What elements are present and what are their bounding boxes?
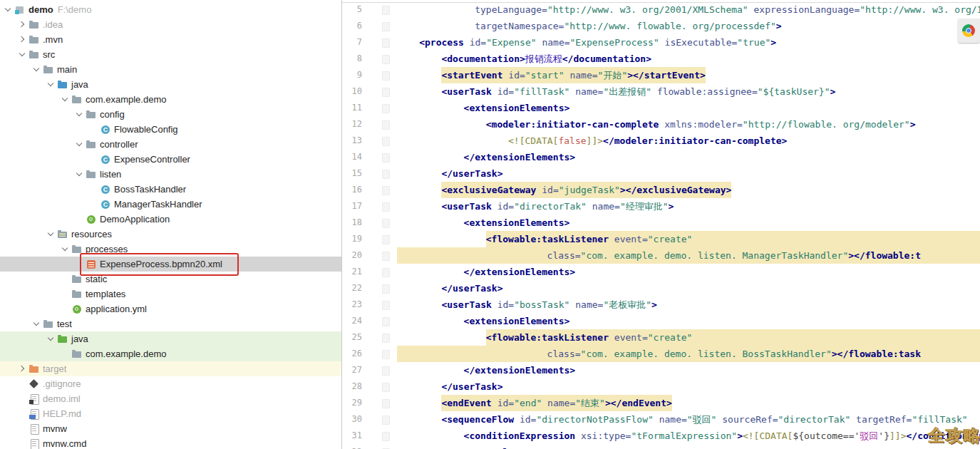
tree-item-demo-iml[interactable]: demo.iml — [0, 391, 341, 406]
chevron-down-icon[interactable] — [74, 139, 86, 150]
chevron-down-icon[interactable] — [74, 169, 86, 180]
chevron-down-icon[interactable] — [46, 79, 57, 91]
code-area[interactable]: <conditionExpression xsi:type="tFormalEx… — [397, 428, 980, 444]
tree-item-processes[interactable]: processes — [0, 242, 341, 257]
code-line-14[interactable]: 14</extensionElements> — [342, 149, 980, 165]
code-area[interactable]: <userTask id="directorTak" name="经理审批"> — [397, 198, 980, 215]
code-area[interactable]: <exclusiveGateway id="judgeTask"></exclu… — [397, 182, 980, 198]
code-line-15[interactable]: 15</userTask> — [342, 165, 980, 182]
xml-editor[interactable]: 5typeLanguage="http://www. w3. org/2001/… — [342, 0, 980, 449]
chevron-right-icon[interactable] — [17, 19, 29, 31]
code-line-30[interactable]: 30<sequenceFlow id="directorNotPassFlow"… — [342, 411, 980, 428]
code-area[interactable]: <process id="Expense" name="ExpenseProce… — [397, 34, 980, 51]
chevron-down-icon[interactable] — [17, 49, 29, 61]
tree-item-com-example-demo[interactable]: com.example.demo — [0, 92, 341, 107]
tree-item-target[interactable]: target — [0, 361, 341, 376]
code-line-6[interactable]: 6targetNamespace="http://www. flowable. … — [342, 18, 980, 34]
chrome-shortcut[interactable] — [958, 19, 980, 43]
gutter[interactable]: 28 — [342, 378, 397, 395]
tree-item-application-yml[interactable]: application.yml — [0, 301, 341, 316]
code-area[interactable]: </extensionElements> — [397, 362, 980, 378]
code-line-16[interactable]: 16<exclusiveGateway id="judgeTask"></exc… — [342, 182, 980, 198]
chevron-down-icon[interactable] — [60, 244, 71, 255]
code-area[interactable]: targetNamespace="http://www. flowable. o… — [397, 18, 980, 34]
code-area[interactable]: </extensionElements> — [397, 264, 980, 280]
code-area[interactable]: class="com. example. demo. listen. BossT… — [397, 346, 980, 362]
chevron-down-icon[interactable] — [31, 319, 43, 330]
gutter[interactable]: 17 — [342, 198, 397, 215]
code-line-27[interactable]: 27</extensionElements> — [342, 362, 980, 378]
code-line-8[interactable]: 8<documentation>报销流程</documentation> — [342, 51, 980, 67]
code-line-25[interactable]: 25<flowable:taskListener event="create" — [342, 329, 980, 346]
gutter[interactable]: 24 — [342, 313, 397, 329]
code-line-26[interactable]: 26class="com. example. demo. listen. Bos… — [342, 346, 980, 362]
code-line-23[interactable]: 23<userTask id="bossTask" name="老板审批"> — [342, 296, 980, 313]
tree-item-controller[interactable]: controller — [0, 137, 341, 152]
code-line-9[interactable]: 9<startEvent id="start" name="开始"></star… — [342, 67, 980, 83]
code-line-5[interactable]: 5typeLanguage="http://www. w3. org/2001/… — [342, 1, 980, 18]
code-line-21[interactable]: 21</extensionElements> — [342, 264, 980, 280]
gutter[interactable]: 16 — [342, 182, 397, 198]
gutter[interactable]: 9 — [342, 67, 397, 83]
code-area[interactable]: class="com. example. demo. listen. Manag… — [397, 247, 980, 264]
gutter[interactable]: 32 — [342, 444, 397, 449]
code-area[interactable]: <![CDATA[false]]></modeler:initiator-can… — [397, 133, 980, 149]
code-area[interactable]: <userTask id="bossTask" name="老板审批"> — [397, 296, 980, 313]
code-line-28[interactable]: 28</userTask> — [342, 378, 980, 395]
code-area[interactable]: <flowable:taskListener event="create" — [397, 329, 980, 346]
tree-item-listen[interactable]: listen — [0, 167, 341, 182]
code-area[interactable]: </extensionElements> — [397, 149, 980, 165]
gutter[interactable]: 23 — [342, 296, 397, 313]
code-area[interactable]: <flowable:taskListener event="create" — [397, 231, 980, 247]
gutter[interactable]: 6 — [342, 18, 397, 34]
code-area[interactable]: </userTask> — [397, 165, 980, 182]
code-area[interactable]: </sequenceFlow> — [397, 444, 980, 449]
tree-item-bosstaskhandler[interactable]: CBossTaskHandler — [0, 182, 341, 197]
code-area[interactable]: <extensionElements> — [397, 215, 980, 231]
gutter[interactable]: 14 — [342, 149, 397, 165]
gutter[interactable]: 22 — [342, 280, 397, 296]
code-area[interactable]: </userTask> — [397, 378, 980, 395]
code-line-11[interactable]: 11<extensionElements> — [342, 100, 980, 116]
code-area[interactable]: <modeler:initiator-can-complete xmlns:mo… — [397, 116, 980, 133]
code-line-10[interactable]: 10<userTask id="fillTask" name="出差报销" fl… — [342, 83, 980, 100]
gutter[interactable]: 25 — [342, 329, 397, 346]
chevron-down-icon[interactable] — [46, 229, 57, 240]
chevron-down-icon[interactable] — [3, 4, 14, 16]
gutter[interactable]: 12 — [342, 116, 397, 133]
code-line-24[interactable]: 24<extensionElements> — [342, 313, 980, 329]
tree-item-help-md[interactable]: HELP.md — [0, 406, 341, 421]
tree-item-mvnw[interactable]: mvnw — [0, 421, 341, 436]
gutter[interactable]: 29 — [342, 395, 397, 411]
gutter[interactable]: 13 — [342, 133, 397, 149]
code-area[interactable]: <extensionElements> — [397, 313, 980, 329]
tree-item-static[interactable]: static — [0, 272, 341, 287]
tree-item-demo[interactable]: demoF:\demo — [0, 2, 341, 17]
code-area[interactable]: typeLanguage="http://www. w3. org/2001/X… — [397, 1, 980, 18]
code-area[interactable]: <startEvent id="start" name="开始"></start… — [397, 67, 980, 83]
gutter[interactable]: 20 — [342, 247, 397, 264]
gutter[interactable]: 18 — [342, 215, 397, 231]
gutter[interactable]: 5 — [342, 1, 397, 18]
tree-item-test[interactable]: test — [0, 316, 341, 331]
code-area[interactable]: <sequenceFlow id="directorNotPassFlow" n… — [397, 411, 980, 428]
tree-item-src[interactable]: src — [0, 47, 341, 62]
gutter[interactable]: 10 — [342, 83, 397, 100]
chevron-down-icon[interactable] — [60, 94, 71, 105]
gutter[interactable]: 21 — [342, 264, 397, 280]
tree-item-java[interactable]: java — [0, 77, 341, 92]
code-area[interactable]: <documentation>报销流程</documentation> — [397, 51, 980, 67]
tree-item-expenseprocess-bpmn20-xml[interactable]: ExpenseProcess.bpmn20.xml — [0, 257, 341, 272]
tree-item-managertaskhandler[interactable]: CManagerTaskHandler — [0, 197, 341, 212]
gutter[interactable]: 30 — [342, 411, 397, 428]
code-line-17[interactable]: 17<userTask id="directorTak" name="经理审批"… — [342, 198, 980, 215]
code-line-22[interactable]: 22</userTask> — [342, 280, 980, 296]
code-area[interactable]: <extensionElements> — [397, 100, 980, 116]
code-area[interactable]: <endEvent id="end" name="结束"></endEvent> — [397, 395, 980, 411]
tree-item-resources[interactable]: resources — [0, 227, 341, 242]
gutter[interactable]: 15 — [342, 165, 397, 182]
tree-item--mvn[interactable]: .mvn — [0, 32, 341, 47]
chevron-down-icon[interactable] — [46, 334, 57, 345]
chevron-down-icon[interactable] — [74, 109, 86, 120]
tree-item-templates[interactable]: templates — [0, 287, 341, 301]
